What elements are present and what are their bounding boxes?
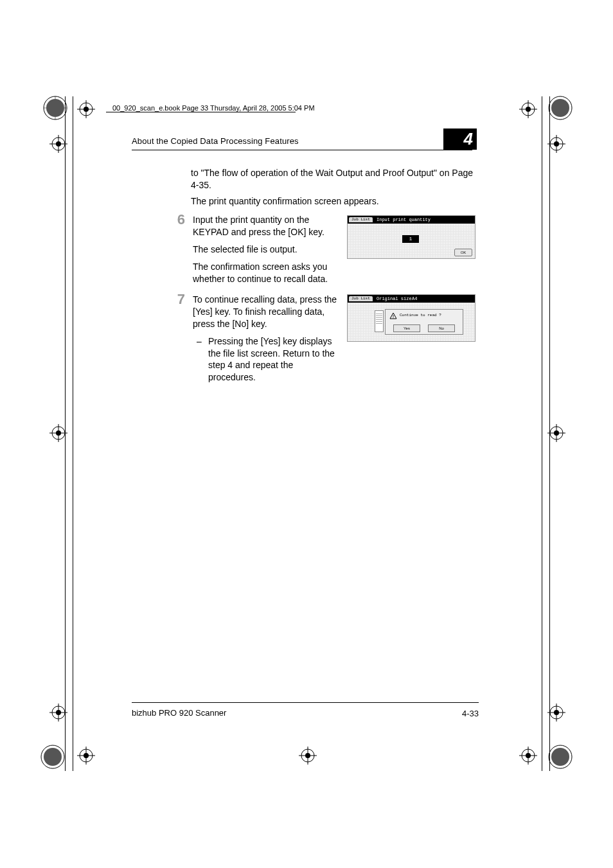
ss2-tab: Job List — [349, 296, 373, 301]
ss2-header: Job List Original size A4 — [348, 295, 475, 303]
trim-line — [73, 96, 73, 771]
svg-point-29 — [56, 430, 61, 436]
trim-line — [542, 96, 542, 771]
document-icon — [375, 310, 384, 332]
step-number: 7 — [159, 291, 185, 308]
page-footer: bizhub PRO 920 Scanner 4-33 — [132, 702, 479, 718]
svg-point-13 — [84, 107, 89, 112]
svg-point-3 — [46, 99, 64, 117]
ss2-no-button: No — [428, 324, 455, 332]
registration-mark-icon — [77, 100, 95, 118]
svg-point-9 — [551, 99, 569, 117]
ss2-dialog: Continue to read ? Yes No — [385, 309, 463, 335]
corner-orb — [547, 95, 573, 121]
footer-product: bizhub PRO 920 Scanner — [132, 708, 226, 718]
svg-point-7 — [44, 748, 62, 766]
ss2-title-right: A4 — [412, 295, 417, 303]
footer-page-number: 4-33 — [462, 709, 479, 718]
step-7-p1: To continue recalling data, press the [Y… — [193, 294, 337, 330]
registration-mark-icon — [49, 704, 67, 722]
svg-point-21 — [56, 141, 61, 146]
step-number: 6 — [159, 211, 185, 228]
svg-point-5 — [551, 748, 569, 766]
ss2-title-left: Original size — [377, 296, 412, 301]
ss1-title: Input print quantity — [377, 217, 431, 222]
registration-mark-icon — [49, 135, 67, 153]
registration-mark-icon — [77, 747, 95, 765]
screenshot-continue-read: Job List Original size A4 Continue to re… — [347, 294, 475, 342]
ss2-body: Continue to read ? Yes No — [348, 303, 475, 341]
step-6-p1: Input the print quantity on the KEYPAD a… — [193, 214, 337, 238]
corner-orb — [40, 744, 66, 770]
svg-point-17 — [526, 107, 531, 112]
page-stamp-text: 00_920_scan_e.book Page 33 Thursday, Apr… — [112, 104, 315, 112]
step-6-text: Input the print quantity on the KEYPAD a… — [193, 214, 337, 285]
section-header: About the Copied Data Processing Feature… — [132, 136, 472, 150]
svg-point-33 — [554, 430, 559, 436]
chapter-badge: 4 — [443, 128, 477, 150]
footer-rule — [132, 702, 479, 703]
corner-orb — [42, 95, 68, 121]
ss1-quantity-value: 1 — [402, 235, 419, 243]
ss1-header: Job List Input print quantity — [348, 216, 475, 224]
step-7-bullet: Pressing the [Yes] key displays the file… — [208, 335, 343, 384]
svg-point-45 — [84, 753, 89, 758]
registration-mark-icon — [299, 747, 317, 765]
registration-mark-icon — [49, 424, 67, 442]
svg-point-53 — [526, 753, 531, 758]
ss2-yes-button: Yes — [393, 324, 420, 332]
svg-point-49 — [305, 753, 310, 758]
registration-mark-icon — [547, 424, 565, 442]
step-6-p3: The confirmation screen asks you whether… — [193, 261, 337, 285]
registration-mark-icon — [547, 704, 565, 722]
svg-point-37 — [56, 710, 61, 715]
section-title: About the Copied Data Processing Feature… — [132, 136, 472, 146]
section-rule — [132, 150, 472, 150]
intro-p2: The print quantity confirmation screen a… — [191, 195, 477, 208]
intro-p1: to "The flow of operation of the Wait Ou… — [191, 167, 477, 191]
ss1-body: 1 OK — [348, 224, 475, 258]
warning-icon — [389, 312, 397, 320]
registration-mark-icon — [519, 747, 537, 765]
page-stamp: 00_920_scan_e.book Page 33 Thursday, Apr… — [112, 104, 315, 112]
stamp-rule — [106, 112, 296, 112]
svg-point-41 — [554, 710, 559, 715]
svg-point-56 — [393, 317, 393, 318]
registration-mark-icon — [519, 100, 537, 118]
step-7-text: To continue recalling data, press the [Y… — [193, 294, 337, 330]
corner-orb — [547, 744, 573, 770]
intro-block: to "The flow of operation of the Wait Ou… — [191, 167, 477, 211]
ss1-tab: Job List — [349, 217, 373, 222]
step-6-p2: The selected file is output. — [193, 244, 337, 256]
svg-point-25 — [554, 141, 559, 146]
screenshot-print-quantity: Job List Input print quantity 1 OK — [347, 215, 475, 259]
ss2-message: Continue to read ? — [400, 313, 441, 317]
ss1-ok-button: OK — [454, 249, 472, 256]
registration-mark-icon — [547, 135, 565, 153]
